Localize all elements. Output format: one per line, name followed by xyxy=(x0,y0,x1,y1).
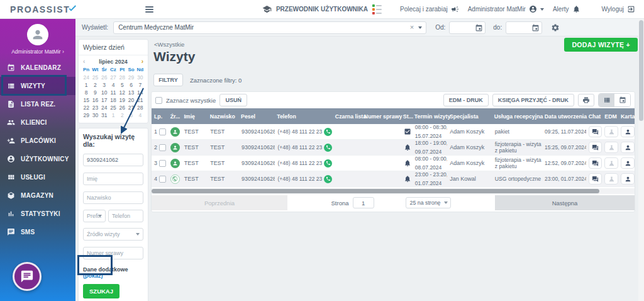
show-extra-data-link[interactable]: (pokaż) xyxy=(83,273,103,279)
date-to-input[interactable] xyxy=(506,21,542,34)
alerts-link[interactable]: Alerty xyxy=(553,5,580,13)
prev-page-button[interactable]: Poprzednia xyxy=(152,195,287,210)
add-visit-button[interactable]: DODAJ WIZYTĘ + xyxy=(564,38,638,52)
calendar-day[interactable]: 13 xyxy=(126,89,135,96)
patient-card-button[interactable] xyxy=(621,126,635,137)
page-number-input[interactable] xyxy=(353,197,374,208)
calendar-day[interactable]: 24 xyxy=(100,105,109,111)
vertical-scrollbar[interactable] xyxy=(638,19,644,301)
admissions-book-print-button[interactable]: KSIĘGA PRZYJĘĆ - DRUK xyxy=(492,94,574,106)
chat-button[interactable] xyxy=(589,157,602,169)
settings-gear-icon[interactable] xyxy=(551,23,560,32)
phone-input[interactable] xyxy=(108,210,143,222)
calendar-day[interactable]: 11 xyxy=(109,89,118,96)
calendar-day[interactable]: 26 xyxy=(118,105,126,111)
breadcrumb[interactable]: <Wszystkie xyxy=(154,41,184,48)
calendar-day[interactable]: 31 xyxy=(100,112,109,119)
calendar-day[interactable]: 24 xyxy=(82,74,91,81)
user-menu[interactable]: Administrator MatMir xyxy=(468,5,544,13)
sidebar-item-uzytkownicy[interactable]: UŻYTKOWNICY xyxy=(0,150,75,168)
calendar-prev-icon[interactable]: ‹ xyxy=(83,58,85,65)
patient-card-button[interactable] xyxy=(621,142,635,153)
sidebar-item-lista-rez[interactable]: LISTA REZ. xyxy=(0,95,75,113)
edm-print-button[interactable]: EDM - DRUK xyxy=(443,94,489,106)
table-row[interactable]: 2 TEST TEST 93092410628 (+48) 48 111 22 … xyxy=(152,140,635,156)
case-number-input[interactable] xyxy=(83,247,143,259)
horizontal-scrollbar-thumb[interactable] xyxy=(152,189,599,193)
calendar-day[interactable]: 17 xyxy=(100,97,109,104)
phone-icon[interactable] xyxy=(324,159,332,168)
table-row[interactable]: 4 TEST TEST 93092410628 (+48) 48 111 22 … xyxy=(152,171,635,187)
vertical-scrollbar-thumb[interactable] xyxy=(639,20,643,121)
phone-icon[interactable] xyxy=(324,175,332,183)
calendar-day[interactable]: 30 xyxy=(136,74,145,81)
calendar-day[interactable]: 28 xyxy=(118,74,126,81)
calendar-day[interactable]: 29 xyxy=(126,74,135,81)
horizontal-scrollbar[interactable] xyxy=(152,188,635,194)
select-all-checkbox[interactable] xyxy=(155,97,162,104)
calendar-day[interactable]: 27 xyxy=(109,74,118,81)
chat-button[interactable] xyxy=(589,126,602,137)
calendar-day[interactable]: 25 xyxy=(109,105,118,111)
calendar-day[interactable]: 2 xyxy=(118,112,126,119)
sidebar-item-placowki[interactable]: PLACÓWKI xyxy=(0,132,75,150)
facility-input[interactable] xyxy=(113,21,426,34)
patient-card-button[interactable] xyxy=(621,157,635,169)
edm-button[interactable] xyxy=(604,157,618,169)
calendar-view-toggle[interactable] xyxy=(614,94,630,106)
sidebar-item-kalendarz[interactable]: KALENDARZ xyxy=(0,59,75,77)
calendar-day[interactable]: 3 xyxy=(126,112,135,119)
calendar-day[interactable]: 28 xyxy=(136,105,145,111)
pesel-input[interactable] xyxy=(83,154,143,166)
sidebar-item-magazyn[interactable]: MAGAZYN xyxy=(0,186,75,205)
refer-and-earn-link[interactable]: Polecaj i zarabiaj xyxy=(400,5,459,13)
calendar-day[interactable]: 25 xyxy=(91,74,99,81)
sidebar-item-statystyki[interactable]: STATYSTYKI xyxy=(0,205,75,223)
calendar-day[interactable]: 6 xyxy=(126,82,135,89)
edm-button[interactable] xyxy=(604,142,618,153)
sidebar-item-sms[interactable]: SMS xyxy=(0,223,75,241)
calendar-day[interactable]: 1 xyxy=(109,112,118,119)
calendar-day[interactable]: 2 xyxy=(91,82,99,89)
last-name-input[interactable] xyxy=(83,191,143,204)
calendar-day[interactable]: 9 xyxy=(91,89,99,96)
logout-link[interactable]: Wyloguj xyxy=(602,5,635,13)
row-checkbox[interactable] xyxy=(159,160,166,167)
calendar-day[interactable]: 21 xyxy=(136,97,145,104)
menu-toggle-icon[interactable] xyxy=(145,6,153,13)
calendar-day[interactable]: 15 xyxy=(82,97,91,104)
table-row[interactable]: 3 TEST TEST 93092410628 (+48) 48 111 22 … xyxy=(152,156,635,171)
table-row[interactable]: 1 TEST TEST 93092410628 (+48) 48 111 22 … xyxy=(152,124,635,140)
phone-icon[interactable] xyxy=(324,144,332,152)
row-checkbox[interactable] xyxy=(159,128,166,135)
sidebar-item-klienci[interactable]: KLIENCI xyxy=(0,113,75,132)
filters-button[interactable]: FILTRY xyxy=(153,74,183,86)
user-guide-link[interactable]: PRZEWODNIK UŻYTKOWNIKA xyxy=(276,6,368,13)
calendar-day[interactable]: 8 xyxy=(82,89,91,96)
calendar-day[interactable]: 22 xyxy=(82,105,91,111)
calendar-day[interactable]: 10 xyxy=(100,89,109,96)
calendar-day[interactable]: 4 xyxy=(136,112,145,119)
app-logo[interactable]: PROASSIST xyxy=(10,4,77,14)
calendar-day[interactable]: 7 xyxy=(136,82,145,89)
calendar-icon[interactable] xyxy=(531,24,540,32)
edm-button[interactable] xyxy=(604,126,618,137)
delete-button[interactable]: USUŃ xyxy=(219,94,247,106)
edm-button[interactable] xyxy=(604,173,618,185)
facility-select[interactable]: × xyxy=(113,21,426,34)
calendar-next-icon[interactable]: › xyxy=(142,58,143,65)
per-page-select[interactable]: 25 na stronę xyxy=(406,197,452,208)
phone-icon[interactable] xyxy=(324,128,332,136)
list-view-toggle[interactable] xyxy=(599,94,614,106)
sidebar-item-wizyty[interactable]: WIZYTY xyxy=(0,77,75,95)
calendar-day[interactable]: 1 xyxy=(82,82,91,89)
calendar-day[interactable]: 30 xyxy=(91,112,99,119)
chevron-down-icon[interactable] xyxy=(418,26,422,29)
prefix-select[interactable]: Prefix xyxy=(83,210,106,222)
clear-icon[interactable]: × xyxy=(410,23,414,31)
calendar-day[interactable]: 12 xyxy=(118,89,126,96)
chat-button[interactable] xyxy=(589,142,602,153)
search-button[interactable]: SZUKAJ xyxy=(83,284,119,298)
row-checkbox[interactable] xyxy=(159,176,166,183)
calendar-day[interactable]: 19 xyxy=(118,97,126,104)
